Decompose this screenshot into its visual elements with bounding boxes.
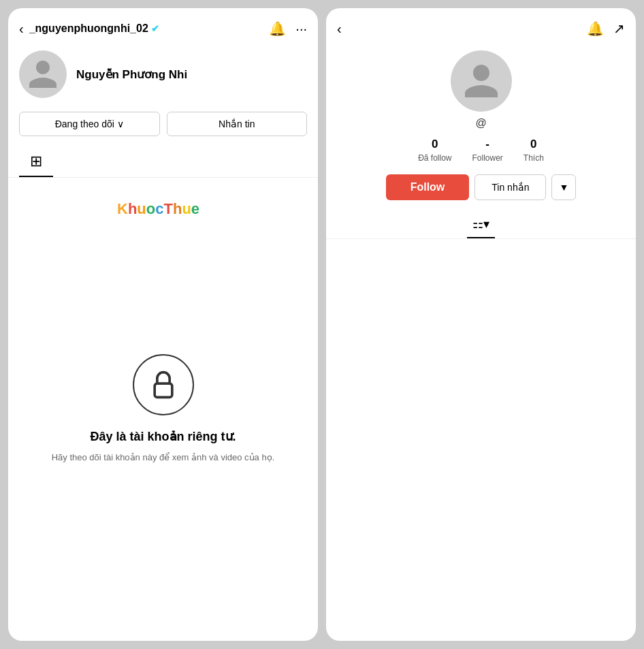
right-avatar: [451, 50, 512, 112]
filter-icon: ⚏▾: [472, 217, 489, 231]
right-action-row: Follow Tin nhắn ▼: [326, 174, 636, 211]
followers-label: Follower: [472, 153, 502, 163]
username-label: _nguyenphuongnhi_02 ✔: [29, 22, 264, 35]
stat-likes: 0 Thích: [524, 138, 544, 163]
stat-followers: - Follower: [472, 138, 502, 163]
lock-section: Đây là tài khoản riêng tư. Hãy theo dõi …: [8, 178, 318, 641]
stat-following: 0 Đã follow: [418, 138, 451, 163]
right-share-icon[interactable]: ↗: [613, 20, 625, 37]
right-bell-icon[interactable]: 🔔: [587, 20, 604, 37]
avatar: [19, 50, 67, 98]
following-count: 0: [418, 138, 451, 151]
right-top-bar: ‹ 🔔 ↗: [326, 8, 636, 44]
lock-icon: [148, 370, 178, 400]
right-message-button[interactable]: Tin nhắn: [474, 174, 546, 200]
following-label: Đã follow: [418, 153, 451, 163]
back-button[interactable]: ‹: [19, 21, 24, 37]
verified-badge: ✔: [151, 23, 159, 34]
left-buttons-row: Đang theo dõi ∨ Nhắn tin: [8, 109, 318, 147]
dropdown-button[interactable]: ▼: [551, 174, 576, 200]
right-tabs-row: ⚏▾: [326, 211, 636, 239]
follow-button[interactable]: Follow: [386, 174, 470, 200]
followers-count: -: [472, 138, 502, 151]
avatar-icon: [26, 57, 60, 91]
right-back-button[interactable]: ‹: [337, 21, 342, 37]
at-symbol: @: [326, 117, 636, 129]
right-avatar-icon: [461, 61, 502, 101]
more-icon[interactable]: ···: [295, 21, 307, 37]
left-screen: ‹ _nguyenphuongnhi_02 ✔ 🔔 ··· Nguyễn Phư…: [8, 8, 318, 641]
top-icons: 🔔 ···: [269, 20, 307, 37]
grid-icon: ⊞: [30, 153, 42, 170]
profile-section: Nguyễn Phương Nhi: [8, 44, 318, 109]
bell-icon[interactable]: 🔔: [269, 20, 286, 37]
tabs-row: ⊞: [8, 147, 318, 178]
right-tab-filter[interactable]: ⚏▾: [467, 211, 495, 238]
likes-count: 0: [524, 138, 544, 151]
following-button[interactable]: Đang theo dõi ∨: [19, 112, 160, 136]
private-sub: Hãy theo dõi tài khoản này để xem ảnh và…: [52, 451, 275, 464]
likes-label: Thích: [524, 153, 544, 163]
stats-row: 0 Đã follow - Follower 0 Thích: [326, 138, 636, 163]
tab-grid[interactable]: ⊞: [19, 147, 53, 177]
lock-circle: [133, 354, 194, 415]
profile-name: Nguyễn Phương Nhi: [76, 67, 187, 82]
private-title: Đây là tài khoản riêng tư.: [90, 429, 236, 444]
left-top-bar: ‹ _nguyenphuongnhi_02 ✔ 🔔 ···: [8, 8, 318, 44]
svg-rect-0: [155, 383, 172, 397]
right-screen: ‹ 🔔 ↗ @ 0 Đã follow - Follower: [326, 8, 636, 641]
right-top-icons: 🔔 ↗: [587, 20, 625, 37]
message-button[interactable]: Nhắn tin: [167, 112, 308, 136]
